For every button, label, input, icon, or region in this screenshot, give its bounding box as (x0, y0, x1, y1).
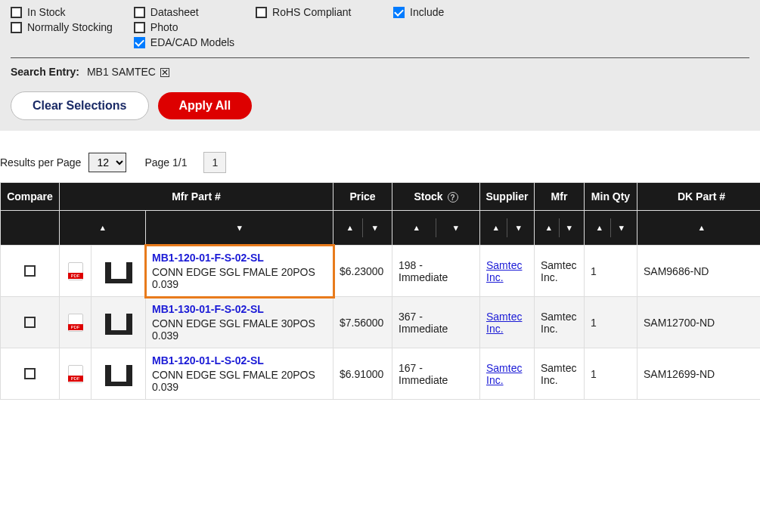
part-description: CONN EDGE SGL FMALE 30POS 0.039 (152, 317, 327, 342)
minqty-cell: 1 (585, 348, 637, 400)
filter-option-label: Photo (150, 21, 178, 33)
part-description: CONN EDGE SGL FMALE 20POS 0.039 (152, 369, 327, 393)
stock-cell: 167 - Immediate (392, 348, 480, 400)
pdf-icon[interactable] (68, 262, 83, 280)
sort-asc-icon[interactable]: ▴ (485, 218, 507, 237)
filter-option-label: Datasheet (150, 6, 199, 18)
results-table: Compare Mfr Part # Price Stock ? Supplie… (0, 182, 760, 400)
results-per-page-select[interactable]: 12 (88, 153, 126, 172)
filter-option-label: In Stock (27, 6, 66, 18)
product-image[interactable] (101, 308, 137, 338)
pdf-icon[interactable] (68, 365, 83, 383)
filter-option[interactable]: Normally Stocking (11, 21, 113, 33)
dk-part-cell: SAM12699-ND (637, 348, 761, 400)
pdf-icon[interactable] (68, 314, 83, 332)
checkbox-icon[interactable] (11, 7, 22, 18)
table-row: MB1-120-01-F-S-02-SLCONN EDGE SGL FMALE … (1, 246, 761, 297)
col-part: Mfr Part # (60, 183, 333, 211)
filter-option[interactable]: In Stock (11, 6, 113, 18)
sort-desc-icon[interactable]: ▾ (363, 218, 387, 237)
filter-bar: Stocking OptionsIn StockNormally Stockin… (0, 0, 760, 131)
part-link[interactable]: MB1-120-01-F-S-02-SL (152, 252, 264, 264)
sort-desc-icon[interactable]: ▾ (150, 218, 328, 237)
search-entry-label: Search Entry: (11, 66, 79, 78)
col-supplier: Supplier (480, 183, 535, 211)
filter-group: Environmental OptionsRoHS Compliant (256, 0, 372, 48)
clear-selections-button[interactable]: Clear Selections (11, 91, 149, 120)
filter-option[interactable]: RoHS Compliant (256, 6, 372, 18)
filter-option[interactable]: Datasheet (134, 6, 234, 18)
sort-asc-icon[interactable]: ▴ (64, 218, 141, 237)
button-row: Clear Selections Apply All (11, 91, 749, 120)
sort-asc-icon[interactable]: ▴ (338, 218, 363, 237)
compare-checkbox[interactable] (24, 368, 36, 379)
part-link[interactable]: MB1-130-01-F-S-02-SL (152, 303, 264, 315)
checkbox-icon[interactable] (11, 22, 22, 33)
sort-desc-icon[interactable]: ▾ (611, 218, 632, 237)
sort-row: ▴ ▾ ▴▾ ▴▾ ▴▾ ▴▾ ▴▾ ▴ (1, 211, 761, 246)
price-cell: $7.56000 (333, 297, 392, 348)
col-minqty: Min Qty (585, 183, 637, 211)
sort-asc-icon[interactable]: ▴ (589, 218, 611, 237)
col-compare: Compare (1, 183, 60, 211)
compare-checkbox[interactable] (24, 317, 36, 328)
search-entry-value: MB1 SAMTEC (87, 66, 156, 78)
search-entry: Search Entry: MB1 SAMTEC ✕ (11, 66, 749, 78)
supplier-link[interactable]: Samtec Inc. (486, 362, 522, 386)
help-icon[interactable]: ? (448, 192, 458, 203)
mfr-cell: Samtec Inc. (535, 246, 585, 297)
product-image[interactable] (101, 256, 137, 286)
sort-desc-icon[interactable]: ▾ (560, 218, 579, 237)
sort-desc-icon[interactable]: ▾ (436, 218, 475, 237)
stock-cell: 198 - Immediate (392, 246, 480, 297)
filter-option-label: Include (410, 6, 444, 18)
filter-option-label: EDA/CAD Models (150, 36, 234, 48)
dk-part-cell: SAM12700-ND (637, 297, 761, 348)
page-number[interactable]: 1 (203, 152, 226, 173)
checkbox-icon[interactable] (134, 22, 145, 33)
filter-group: Stocking OptionsIn StockNormally Stockin… (11, 0, 113, 48)
checkbox-icon[interactable] (134, 7, 145, 18)
results-control: Results per Page 12 Page 1/1 1 (0, 131, 760, 182)
sort-asc-icon[interactable]: ▴ (397, 218, 436, 237)
filter-option[interactable]: Include (393, 6, 498, 18)
stock-cell: 367 - Immediate (392, 297, 480, 348)
filter-option[interactable]: Photo (134, 21, 234, 33)
sort-asc-icon[interactable]: ▴ (539, 218, 560, 237)
clear-search-icon[interactable]: ✕ (160, 68, 169, 77)
checkbox-icon[interactable] (256, 7, 267, 18)
checkbox-icon[interactable] (393, 7, 405, 18)
part-cell: MB1-130-01-F-S-02-SLCONN EDGE SGL FMALE … (146, 297, 333, 348)
col-dk: DK Part # (637, 183, 761, 211)
apply-all-button[interactable]: Apply All (158, 92, 253, 119)
part-link[interactable]: MB1-120-01-L-S-02-SL (152, 354, 264, 367)
compare-checkbox[interactable] (24, 265, 36, 277)
product-image[interactable] (101, 359, 137, 389)
col-mfr: Mfr (535, 183, 585, 211)
price-cell: $6.23000 (333, 246, 392, 297)
minqty-cell: 1 (585, 297, 637, 348)
checkbox-icon[interactable] (134, 37, 145, 48)
filter-option-label: Normally Stocking (27, 21, 113, 33)
supplier-link[interactable]: Samtec Inc. (486, 259, 522, 283)
table-header-row: Compare Mfr Part # Price Stock ? Supplie… (1, 183, 761, 211)
price-cell: $6.91000 (333, 348, 392, 400)
filter-groups: Stocking OptionsIn StockNormally Stockin… (11, 0, 749, 48)
supplier-link[interactable]: Samtec Inc. (486, 311, 522, 335)
part-cell: MB1-120-01-L-S-02-SLCONN EDGE SGL FMALE … (146, 348, 333, 400)
mfr-cell: Samtec Inc. (535, 297, 585, 348)
sort-desc-icon[interactable]: ▾ (507, 218, 529, 237)
filter-group: MediaDatasheetPhotoEDA/CAD Models (134, 0, 234, 48)
col-stock: Stock ? (392, 183, 480, 211)
col-price: Price (333, 183, 392, 211)
part-description: CONN EDGE SGL FMALE 20POS 0.039 (152, 266, 327, 290)
part-cell: MB1-120-01-F-S-02-SLCONN EDGE SGL FMALE … (146, 246, 333, 297)
table-row: MB1-120-01-L-S-02-SLCONN EDGE SGL FMALE … (1, 348, 761, 400)
sort-asc-icon[interactable]: ▴ (642, 218, 760, 237)
filter-option[interactable]: EDA/CAD Models (134, 36, 234, 48)
mfr-cell: Samtec Inc. (535, 348, 585, 400)
table-row: MB1-130-01-F-S-02-SLCONN EDGE SGL FMALE … (1, 297, 761, 348)
minqty-cell: 1 (585, 246, 637, 297)
dk-part-cell: SAM9686-ND (637, 246, 761, 297)
filter-option-label: RoHS Compliant (272, 6, 351, 18)
